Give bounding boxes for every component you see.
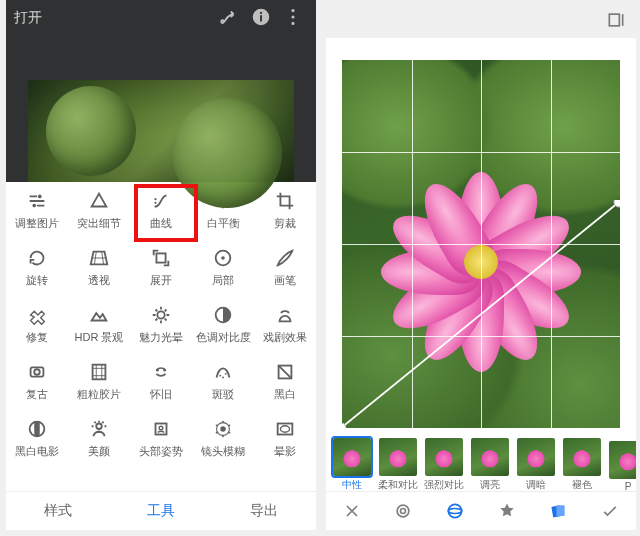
tool-noir[interactable]: 黑白电影	[6, 410, 68, 467]
tool-lensblur[interactable]: 镜头模糊	[192, 410, 254, 467]
svg-point-30	[159, 426, 163, 430]
svg-point-36	[229, 432, 231, 434]
tool-bw[interactable]: 黑白	[254, 353, 316, 410]
tool-perspective[interactable]: 透视	[68, 239, 130, 296]
tool-curves[interactable]: 曲线	[130, 182, 192, 239]
tool-label: 剪裁	[274, 216, 296, 231]
drama-icon	[274, 304, 296, 326]
svg-point-45	[398, 505, 410, 517]
tool-label: 白平衡	[207, 216, 240, 231]
tune-icon	[26, 190, 48, 212]
hdr-icon	[88, 304, 110, 326]
editor-preview-area: 打开	[6, 0, 316, 182]
svg-point-10	[154, 202, 156, 204]
lensblur-icon	[212, 418, 234, 440]
histogram-toggle-icon[interactable]	[606, 10, 626, 30]
preset-4[interactable]: 调暗	[516, 438, 556, 492]
tool-label: 调整图片	[15, 216, 59, 231]
heal-icon	[26, 304, 48, 326]
svg-point-18	[34, 369, 40, 375]
tool-label: 晕影	[274, 444, 296, 459]
tool-tune[interactable]: 调整图片	[6, 182, 68, 239]
preset-1[interactable]: 柔和对比	[378, 438, 418, 492]
svg-point-46	[401, 509, 406, 514]
tools-screen: 打开 调整图片突出细节曲线白平衡剪裁旋转透视展开局部画笔修复HDR 景观魅力光晕…	[6, 0, 316, 530]
tool-heal[interactable]: 修复	[6, 296, 68, 353]
headpose-icon	[150, 418, 172, 440]
details-icon	[88, 190, 110, 212]
svg-point-8	[32, 204, 36, 208]
tool-hdr[interactable]: HDR 景观	[68, 296, 130, 353]
tool-tonal[interactable]: 色调对比度	[192, 296, 254, 353]
svg-point-14	[221, 256, 225, 260]
tool-label: 旋转	[26, 273, 48, 288]
tool-retro[interactable]: 怀旧	[130, 353, 192, 410]
preset-label: 柔和对比	[378, 478, 418, 492]
tool-rotate[interactable]: 旋转	[6, 239, 68, 296]
preset-3[interactable]: 调亮	[470, 438, 510, 492]
luminance-channel-icon[interactable]	[378, 501, 430, 521]
crop-icon	[274, 190, 296, 212]
tool-glow[interactable]: 魅力光晕	[130, 296, 192, 353]
apply-icon[interactable]	[584, 501, 636, 521]
svg-point-37	[222, 421, 224, 423]
tool-label: 透视	[88, 273, 110, 288]
tool-portrait[interactable]: 美颜	[68, 410, 130, 467]
svg-point-31	[220, 426, 226, 432]
tool-label: 色调对比度	[196, 330, 251, 345]
curves-canvas[interactable]	[342, 60, 620, 428]
preset-label: 褪色	[572, 478, 592, 492]
tool-label: HDR 景观	[75, 330, 124, 345]
tool-grunge[interactable]: 斑驳	[192, 353, 254, 410]
tool-label: 怀旧	[150, 387, 172, 402]
tool-label: 曲线	[150, 216, 172, 231]
tool-film[interactable]: 粗粒胶片	[68, 353, 130, 410]
svg-point-38	[222, 435, 224, 437]
bottom-tabs: 样式 工具 导出	[6, 491, 316, 530]
bw-icon	[274, 361, 296, 383]
tool-details[interactable]: 突出细节	[68, 182, 130, 239]
selective-icon	[212, 247, 234, 269]
preset-0[interactable]: 中性	[332, 438, 372, 492]
tool-brush[interactable]: 画笔	[254, 239, 316, 296]
tool-drama[interactable]: 戏剧效果	[254, 296, 316, 353]
preset-thumb	[425, 438, 463, 476]
svg-point-48	[448, 509, 461, 514]
tool-label: 戏剧效果	[263, 330, 307, 345]
tool-headpose[interactable]: 头部姿势	[130, 410, 192, 467]
svg-point-35	[216, 432, 218, 434]
noir-icon	[26, 418, 48, 440]
close-icon[interactable]	[326, 501, 378, 521]
grunge-icon	[212, 361, 234, 383]
preset-thumb	[471, 438, 509, 476]
svg-point-47	[448, 504, 461, 517]
tool-selective[interactable]: 局部	[192, 239, 254, 296]
perspective-icon	[88, 247, 110, 269]
film-icon	[88, 361, 110, 383]
preset-6[interactable]: P	[608, 441, 636, 492]
preset-2[interactable]: 强烈对比	[424, 438, 464, 492]
svg-point-40	[280, 426, 289, 432]
curves-screen: 中性柔和对比强烈对比调亮调暗褪色P	[326, 0, 636, 530]
tool-label: 镜头模糊	[201, 444, 245, 459]
svg-rect-50	[557, 505, 565, 516]
svg-point-7	[38, 195, 42, 199]
brush-icon	[274, 247, 296, 269]
svg-point-20	[156, 369, 159, 372]
preset-thumb	[517, 438, 555, 476]
tool-expand[interactable]: 展开	[130, 239, 192, 296]
tab-styles[interactable]: 样式	[6, 502, 109, 520]
cards-icon[interactable]	[533, 501, 585, 521]
rgb-channel-icon[interactable]	[429, 501, 481, 521]
tools-grid: 调整图片突出细节曲线白平衡剪裁旋转透视展开局部画笔修复HDR 景观魅力光晕色调对…	[6, 182, 316, 467]
red-channel-icon[interactable]	[481, 501, 533, 521]
tab-export[interactable]: 导出	[213, 502, 316, 520]
tool-vignette[interactable]: 晕影	[254, 410, 316, 467]
tab-tools[interactable]: 工具	[109, 502, 212, 520]
preset-5[interactable]: 褪色	[562, 438, 602, 492]
preset-thumb	[609, 441, 636, 479]
preset-strip[interactable]: 中性柔和对比强烈对比调亮调暗褪色P	[326, 434, 636, 492]
svg-point-22	[219, 375, 221, 377]
tool-label: 修复	[26, 330, 48, 345]
tool-vintage[interactable]: 复古	[6, 353, 68, 410]
